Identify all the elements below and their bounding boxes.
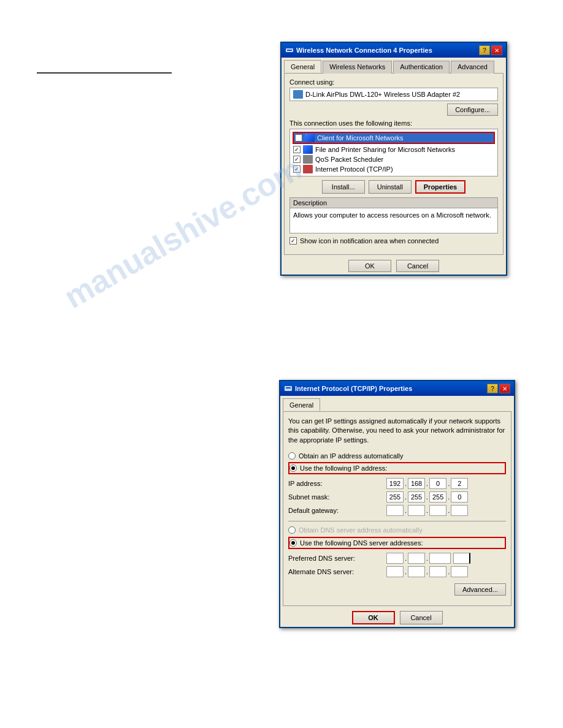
properties-button[interactable]: Properties <box>415 180 465 194</box>
alternate-dns-label: Alternate DNS server: <box>288 568 386 575</box>
default-gateway-row: Default gateway: . . . <box>288 505 506 516</box>
dialog2-close-button[interactable]: ✕ <box>499 384 510 393</box>
gw-d[interactable] <box>451 505 468 516</box>
tcpip-title-icon <box>284 384 293 393</box>
adns-dot-2: . <box>426 568 428 575</box>
obtain-dns-radio[interactable] <box>288 526 296 534</box>
list-item-client[interactable]: Client for Microsoft Networks <box>293 132 495 144</box>
tab2-general[interactable]: General <box>283 398 320 411</box>
show-icon-checkbox[interactable] <box>289 237 297 245</box>
gw-a[interactable] <box>386 505 404 516</box>
close-button[interactable]: ✕ <box>491 45 502 55</box>
use-ip-radio-item[interactable]: Use the following IP address: <box>288 462 506 474</box>
pdns-a[interactable] <box>386 553 404 564</box>
item-qos-label: QoS Packet Scheduler <box>315 156 383 163</box>
dialog1-ok-button[interactable]: OK <box>348 260 391 272</box>
subnet-a[interactable]: 255 <box>386 491 404 502</box>
alternate-dns-row: Alternate DNS server: . . . <box>288 566 506 577</box>
checkbox-qos[interactable] <box>293 156 301 163</box>
dialog2-help-button[interactable]: ? <box>487 384 498 393</box>
preferred-dns-label: Preferred DNS server: <box>288 555 386 562</box>
obtain-ip-radio[interactable] <box>288 452 296 460</box>
dialog1-title-left: Wireless Network Connection 4 Properties <box>285 46 432 55</box>
sharing-icon <box>303 145 313 154</box>
show-icon-label: Show icon in notification area when conn… <box>300 237 439 245</box>
subnet-b[interactable]: 255 <box>408 491 425 502</box>
svg-rect-3 <box>286 387 291 389</box>
subnet-d[interactable]: 0 <box>451 491 468 502</box>
ip-dot-2: . <box>426 480 428 487</box>
adapter-name-text: D-Link AirPlus DWL-120+ Wireless USB Ada… <box>305 91 460 98</box>
pdns-c[interactable] <box>429 553 451 564</box>
adns-dot-3: . <box>448 568 450 575</box>
tab-advanced[interactable]: Advanced <box>451 61 494 74</box>
item-tcpip-label: Internet Protocol (TCP/IP) <box>315 165 393 173</box>
pdns-b[interactable] <box>408 553 425 564</box>
tab-authentication[interactable]: Authentication <box>393 61 450 74</box>
dialog1-footer: OK Cancel <box>282 257 506 275</box>
adns-b[interactable] <box>408 566 425 577</box>
use-dns-radio[interactable] <box>289 539 297 547</box>
tab-wireless-networks[interactable]: Wireless Networks <box>323 61 392 74</box>
alternate-dns-inputs: . . . <box>386 566 468 577</box>
adns-c[interactable] <box>429 566 446 577</box>
client-icon <box>305 134 315 142</box>
pdns-d[interactable] <box>453 553 470 564</box>
use-ip-radio[interactable] <box>289 464 297 472</box>
gw-c[interactable] <box>429 505 446 516</box>
dialog2-tab-content: You can get IP settings assigned automat… <box>283 411 511 606</box>
tab-general[interactable]: General <box>284 60 321 73</box>
dialog2-footer: OK Cancel <box>280 609 514 627</box>
help-button[interactable]: ? <box>479 45 490 55</box>
dialog2-ok-button[interactable]: OK <box>352 611 395 624</box>
adns-a[interactable] <box>386 566 404 577</box>
qos-icon <box>303 155 313 164</box>
gw-b[interactable] <box>408 505 425 516</box>
ip-address-label: IP address: <box>288 480 386 487</box>
dialog2-title-text: Internet Protocol (TCP/IP) Properties <box>295 385 412 392</box>
dialog1-tabs: General Wireless Networks Authentication… <box>282 58 506 73</box>
checkbox-tcpip[interactable] <box>293 165 301 173</box>
tcpip-icon <box>303 165 313 173</box>
ip-dot-3: . <box>448 480 450 487</box>
list-item-sharing[interactable]: File and Printer Sharing for Microsoft N… <box>292 145 496 154</box>
pdns-dot-1: . <box>405 555 407 562</box>
subnet-mask-inputs: 255 . 255 . 255 . 0 <box>386 491 468 502</box>
ip-d[interactable]: 2 <box>451 478 468 489</box>
subnet-dot-1: . <box>405 493 407 501</box>
description-text: Allows your computer to access resources… <box>290 208 497 233</box>
obtain-ip-radio-item[interactable]: Obtain an IP address automatically <box>288 451 506 461</box>
usb-adapter-icon <box>293 90 303 99</box>
ip-b[interactable]: 168 <box>408 478 425 489</box>
dialog1-tab-content: Connect using: D-Link AirPlus DWL-120+ W… <box>284 73 504 255</box>
ip-a[interactable]: 192 <box>386 478 404 489</box>
install-button[interactable]: Install... <box>322 180 365 194</box>
preferred-dns-row: Preferred DNS server: . . <box>288 553 506 564</box>
advanced-button[interactable]: Advanced... <box>454 583 506 596</box>
gw-dot-2: . <box>426 507 428 514</box>
dialog2-cancel-button[interactable]: Cancel <box>400 611 443 624</box>
adns-d[interactable] <box>451 566 468 577</box>
configure-button[interactable]: Configure... <box>447 104 498 116</box>
item-sharing-label: File and Printer Sharing for Microsoft N… <box>315 146 455 153</box>
obtain-dns-radio-item[interactable]: Obtain DNS server address automatically <box>288 525 506 535</box>
pdns-dot-2: . <box>426 555 428 562</box>
list-item-qos[interactable]: QoS Packet Scheduler <box>292 154 496 164</box>
ip-c[interactable]: 0 <box>429 478 446 489</box>
use-dns-radio-item[interactable]: Use the following DNS server addresses: <box>288 537 506 549</box>
checkbox-sharing[interactable] <box>293 146 301 153</box>
uninstall-button[interactable]: Uninstall <box>369 180 412 194</box>
items-label: This connection uses the following items… <box>289 119 498 127</box>
info-text: You can get IP settings assigned automat… <box>288 417 506 445</box>
list-item-tcpip[interactable]: Internet Protocol (TCP/IP) <box>292 164 496 174</box>
ip-address-inputs: 192 . 168 . 0 . 2 <box>386 478 468 489</box>
adapter-name-box: D-Link AirPlus DWL-120+ Wireless USB Ada… <box>289 88 498 101</box>
dialog1-cancel-button[interactable]: Cancel <box>396 260 439 272</box>
obtain-ip-label: Obtain an IP address automatically <box>299 452 403 460</box>
top-line <box>37 72 172 74</box>
use-dns-label: Use the following DNS server addresses: <box>300 539 423 547</box>
dialog1-titlebar: Wireless Network Connection 4 Properties… <box>282 43 506 58</box>
checkbox-client[interactable] <box>295 134 302 142</box>
subnet-c[interactable]: 255 <box>429 491 446 502</box>
connect-using-label: Connect using: <box>289 78 498 86</box>
